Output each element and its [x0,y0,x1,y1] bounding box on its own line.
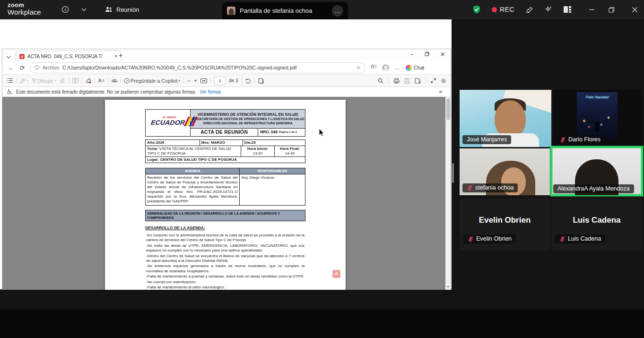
zoom-out-icon[interactable]: − [187,78,191,84]
draw-tool[interactable]: Dibujar ▾ [32,78,56,84]
pdf-scrollbar-thumb[interactable] [446,98,450,120]
pdf-scrollbar[interactable]: ▾ [445,97,451,290]
meta-start-time: Hora Inicio: 13:00 [241,146,275,156]
settings-gear-icon[interactable] [441,78,446,84]
recording-dot-icon [492,7,497,12]
toc-icon[interactable] [7,78,13,83]
toolbar-separator [426,78,426,84]
tab-screen-share-label: Pantalla de stefania ochoa [240,7,312,14]
text-tools-icon[interactable]: a̶b̶ [112,78,117,83]
browser-restore-icon[interactable] [425,51,429,58]
toolbar-separator [16,78,17,84]
browser-addressbar: ← ⟳ ⓘ Archivo C:/Users/lapto/Downloads/A… [2,61,451,75]
zoom-titlebar: zoom Workplace Reunión Pantalla de stefa… [0,0,644,19]
minimize-window-icon[interactable] [586,4,597,15]
sharer-avatar [227,7,235,15]
view-signatures-link[interactable]: Ver firmas [200,89,221,95]
close-window-icon[interactable] [629,4,640,15]
browser-tab-title: ACTA NRO. 049_C.S. POSORJA TIP [27,54,102,59]
participant-name: AlexandraA Ayala Mendoza [557,185,630,192]
save-as-icon[interactable] [415,78,421,84]
edge-browser-window: A ACTA NRO. 049_C.S. POSORJA TIP ✕ + − ✕… [2,49,451,289]
fit-width-icon[interactable] [200,78,207,83]
search-icon[interactable] [378,78,383,84]
copilot-ask-button[interactable]: Pregúntale a Copilot ▾ [124,78,180,84]
meeting-meta-table: Año:2026 Mes: MARZO Día:25 Tema: VISITA … [145,139,305,163]
browser-minimize-icon[interactable]: − [410,51,413,58]
eraser-icon[interactable] [60,78,65,83]
bullet-item: -Falta de mantenimiento a puertas y vent… [146,274,305,279]
highlighter-icon[interactable] [86,78,91,84]
security-shield-icon[interactable] [471,4,482,15]
tab-screen-share[interactable]: Pantalla de stefania ochoa … [222,2,348,19]
responsables-column-header: RESPONSABLES [240,168,305,173]
mouse-cursor [319,128,325,139]
browser-tab-active[interactable]: A ACTA NRO. 049_C.S. POSORJA TIP ✕ [16,51,122,61]
notice-close-icon[interactable]: ✕ [439,89,446,95]
muted-mic-icon [468,236,474,242]
fullscreen-icon[interactable] [431,78,436,83]
video-tile-alexandra-active-speaker[interactable]: AlexandraA Ayala Mendoza [551,147,642,195]
muted-mic-icon [467,185,473,191]
refresh-icon[interactable]: ⟳ [18,64,26,71]
video-tile-stefania[interactable]: stefania ochoa [460,148,550,195]
page-view-icon[interactable] [258,78,264,84]
pen-tool-icon[interactable]: ▾ [20,78,28,84]
agenda-cell: Revisión de los servicios del Centro de … [146,174,240,205]
toolbar-separator [120,78,121,84]
logo-el-nuevo: EL NUEVO [163,116,176,119]
zoom-in-icon[interactable]: + [194,78,197,84]
view-layout-icon[interactable] [562,4,573,15]
meeting-controls-toolbar: Audio Vídeo 6 Participantes Chat Reacc [0,310,644,338]
annotate-pencil-icon[interactable] [524,4,535,15]
tab-close-icon[interactable]: ✕ [114,54,118,59]
back-arrow-icon[interactable]: ← [7,64,15,71]
tab-options-ellipsis-icon[interactable]: … [332,5,343,17]
participant-name-badge: Evelin Obrien [463,234,516,243]
favorite-star-icon[interactable]: ☆ [356,65,361,71]
toolbar-separator [82,78,82,84]
rotate-icon[interactable] [245,78,251,84]
scroll-down-arrow-icon[interactable]: ▾ [445,284,451,290]
toolbar-separator [69,78,69,84]
browser-profile-avatar[interactable] [382,64,389,71]
file-info-icon[interactable]: ⓘ [35,64,39,71]
recording-label: REC [500,6,514,13]
floating-pdf-badge-icon[interactable]: A [332,270,340,278]
browser-menu-ellipsis-icon[interactable]: … [394,64,400,71]
toolbar-separator [108,78,108,84]
two-page-view-icon[interactable] [72,78,78,83]
chevron-down-icon[interactable] [78,4,89,15]
participant-name: Luis Cadena [568,235,601,242]
tab-meeting[interactable]: Reunión [100,3,144,16]
header-line3: DIRECCIÓN NACIONAL DE INFRAESTRUCTURA SA… [191,121,305,125]
meta-end-time: Hora Final: 14:45 [275,146,305,156]
bullet-item: -Se evidencia espacios generados a travé… [146,264,305,273]
print-icon[interactable] [393,78,400,84]
video-tile-luis[interactable]: Luis Cadena Luis Cadena [551,199,642,251]
video-panel-scrollbar[interactable] [452,163,454,183]
url-field[interactable]: ⓘ Archivo C:/Users/lapto/Downloads/ACTA%… [30,62,366,73]
ai-companion-sparkle-icon[interactable] [543,4,554,15]
new-tab-button[interactable]: + [119,52,122,59]
page-number-input[interactable] [214,77,226,85]
info-icon[interactable] [60,4,71,15]
video-tile-dario[interactable]: Feliz Navidad Dario Flores [553,90,642,147]
save-icon[interactable] [404,78,410,84]
participant-name-badge: Dario Flores [556,135,605,144]
copilot-chat-button[interactable]: Chat [406,65,424,71]
pdf-toolbar-right [378,78,446,84]
ecuador-logo: EL NUEVO ECUADOR [146,110,191,136]
read-aloud-icon[interactable]: Aᐱ [98,78,104,83]
browser-tabstrip: A ACTA NRO. 049_C.S. POSORJA TIP ✕ + − ✕ [2,49,451,61]
pdf-page: EL NUEVO ECUADOR VICEMINISTERIO DE ATENC… [105,100,346,290]
video-tile-jose[interactable]: José Manjarres [460,90,551,147]
video-tile-evelin[interactable]: Evelin Obrien Evelin Obrien [460,199,550,251]
browser-close-icon[interactable]: ✕ [440,51,445,58]
tab-search-chevron-icon[interactable] [6,52,11,61]
bullet-item: -No cuenta con esterilización. [146,280,305,285]
pdf-canvas[interactable]: EL NUEVO ECUADOR VICEMINISTERIO DE ATENC… [2,97,451,290]
agenda-table: AGENDA RESPONSABLES Revisión de los serv… [145,168,305,205]
restore-window-icon[interactable] [606,4,617,15]
collections-star-icon[interactable] [370,64,377,71]
